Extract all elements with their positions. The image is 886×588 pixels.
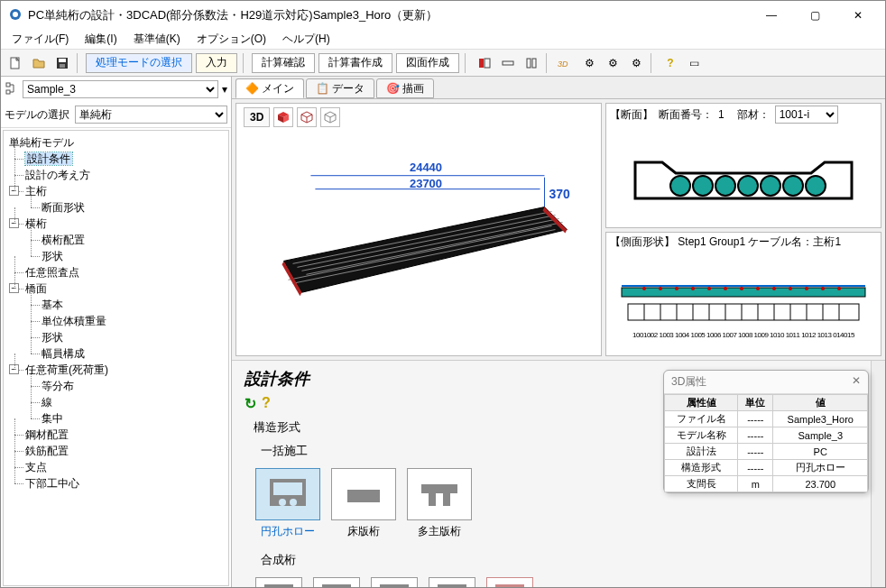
menu-file[interactable]: ファイル(F) [5, 30, 76, 49]
expand-icon[interactable]: − [9, 218, 19, 228]
help-icon[interactable]: ? [660, 53, 681, 73]
tree-substructure[interactable]: 下部工中心 [25, 477, 79, 490]
tool-c-icon[interactable]: ⚙ [625, 53, 647, 73]
svg-text:24440: 24440 [410, 161, 442, 174]
svg-point-58 [740, 287, 743, 290]
tree-line[interactable]: 線 [42, 396, 52, 409]
svg-point-35 [806, 176, 826, 196]
menu-option[interactable]: オプション(O) [189, 30, 273, 49]
svg-rect-9 [527, 59, 531, 68]
window-title: PC単純桁の設計・3DCAD(部分係数法・H29道示対応)Sample3_Hor… [28, 7, 752, 23]
report-button[interactable]: 計算書作成 [318, 53, 392, 73]
tree-basic[interactable]: 基本 [42, 299, 63, 311]
align-right-icon[interactable] [521, 53, 542, 73]
3d-toggle-button[interactable]: 3D [244, 107, 270, 127]
tab-main[interactable]: 🔶メイン [235, 78, 304, 98]
member-label: 部材： [737, 107, 770, 123]
align-center-icon[interactable] [497, 53, 519, 73]
tree-icon [5, 81, 19, 98]
tree-shape[interactable]: 形状 [42, 331, 63, 344]
tree-design-idea[interactable]: 設計の考え方 [25, 169, 90, 181]
tab-draw[interactable]: 🎯描画 [376, 78, 434, 98]
tree-rebar[interactable]: 鉄筋配置 [25, 445, 69, 457]
tree-deck[interactable]: 橋面 [25, 282, 47, 295]
tree-root[interactable]: 単純桁モデル [9, 136, 74, 149]
svg-point-30 [693, 176, 713, 196]
expand-icon[interactable]: − [9, 283, 19, 293]
new-file-icon[interactable] [5, 53, 26, 73]
svg-rect-8 [503, 61, 513, 65]
svg-point-62 [805, 287, 808, 290]
tree-cross-girder[interactable]: 横桁 [25, 217, 47, 230]
title-bar: PC単純桁の設計・3DCAD(部分係数法・H29道示対応)Sample3_Hor… [1, 1, 885, 30]
svg-point-59 [756, 287, 760, 290]
maximize-button[interactable]: ▢ [795, 3, 835, 28]
tree-unit-weight[interactable]: 単位体積重量 [42, 315, 106, 327]
option-g4[interactable] [429, 577, 475, 588]
menu-basic[interactable]: 基準値(K) [126, 30, 188, 49]
tree-uniform[interactable]: 等分布 [42, 380, 74, 392]
app-icon [8, 7, 23, 24]
option-g1[interactable] [255, 577, 302, 588]
close-button[interactable]: ✕ [838, 3, 878, 28]
tree-check-point[interactable]: 任意照査点 [25, 266, 79, 279]
tree-main-girder[interactable]: 主桁 [25, 185, 47, 198]
chevron-down-icon[interactable]: ▾ [222, 83, 227, 96]
tree-support[interactable]: 支点 [25, 461, 47, 473]
svg-rect-12 [6, 83, 10, 87]
main-tab-icon: 🔶 [245, 82, 258, 95]
drawing-button[interactable]: 図面作成 [396, 53, 459, 73]
view-iso-wire-icon[interactable] [297, 107, 317, 127]
tree-width[interactable]: 幅員構成 [42, 347, 85, 360]
3d-view[interactable]: 3D 24440 23700 370 [235, 103, 602, 356]
option-slab[interactable]: 床版桁 [331, 468, 396, 539]
tool-a-icon[interactable]: ⚙ [578, 53, 600, 73]
vertical-scrollbar[interactable] [871, 361, 885, 588]
mode-select-button[interactable]: 処理モードの選択 [86, 53, 192, 73]
expand-icon[interactable]: − [9, 186, 19, 196]
model-tree[interactable]: −単純桁モデル 設計条件 設計の考え方 −主桁 断面形状 −横桁 横桁配置 形状 [3, 130, 229, 586]
attr-table: 属性値単位値 ファイル名-----Sample3_Horo モデル名称-----… [664, 394, 868, 492]
help-small-icon[interactable]: ? [262, 395, 271, 412]
view-iso-gray-icon[interactable] [320, 107, 340, 127]
tab-data[interactable]: 📋データ [306, 78, 374, 98]
svg-rect-13 [6, 90, 10, 94]
model-select[interactable]: 単純桁 [75, 106, 227, 124]
minimize-button[interactable]: — [752, 3, 791, 28]
calc-check-button[interactable]: 計算確認 [252, 53, 315, 73]
svg-rect-6 [479, 59, 484, 68]
3d-view-icon[interactable]: 3D [555, 53, 577, 73]
option-g2[interactable] [313, 577, 360, 588]
align-left-icon[interactable] [474, 53, 495, 73]
info-icon[interactable]: ▭ [683, 53, 705, 73]
tree-design-cond[interactable]: 設計条件 [25, 152, 72, 165]
tree-cross-layout[interactable]: 横桁配置 [42, 234, 85, 246]
svg-point-54 [675, 287, 678, 290]
tree-point[interactable]: 集中 [42, 412, 63, 425]
menu-help[interactable]: ヘルプ(H) [275, 30, 337, 49]
refresh-icon[interactable]: ↻ [245, 395, 256, 412]
tree-section-shape[interactable]: 断面形状 [42, 201, 85, 214]
tree-cross-shape[interactable]: 形状 [42, 250, 63, 262]
attr-panel-close-icon[interactable]: ✕ [852, 374, 861, 390]
view-iso-red-icon[interactable] [273, 107, 293, 127]
section-prefix: 【断面】 [610, 107, 653, 123]
option-g3[interactable] [371, 577, 418, 588]
svg-point-32 [738, 176, 758, 196]
tool-b-icon[interactable]: ⚙ [602, 53, 623, 73]
option-multi-slab[interactable]: 多主版桁 [407, 468, 472, 539]
svg-rect-10 [532, 59, 536, 68]
save-file-icon[interactable] [51, 53, 73, 73]
open-file-icon[interactable] [28, 53, 50, 73]
svg-text:23700: 23700 [410, 177, 442, 190]
expand-icon[interactable]: − [9, 364, 19, 374]
3d-attr-panel[interactable]: 3D属性 ✕ 属性値単位値 ファイル名-----Sample3_Horo モデル… [663, 370, 869, 493]
tree-steel[interactable]: 鋼材配置 [25, 428, 69, 441]
member-select[interactable]: 1001-i [775, 106, 838, 124]
mode-input-button[interactable]: 入力 [196, 53, 237, 73]
menu-edit[interactable]: 編集(I) [78, 30, 124, 49]
project-select[interactable]: Sample_3 [23, 80, 218, 98]
tree-arb-load[interactable]: 任意荷重(死荷重) [25, 363, 108, 376]
option-g5[interactable] [486, 577, 533, 588]
option-hollow[interactable]: 円孔ホロー [255, 468, 320, 539]
